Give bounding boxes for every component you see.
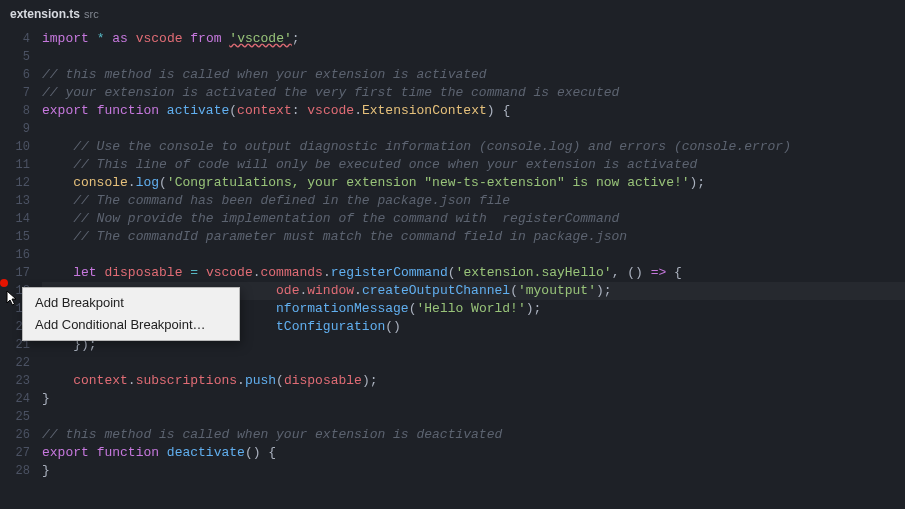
line-number[interactable]: 13 bbox=[0, 192, 42, 210]
code-line[interactable]: console.log('Congratulations, your exten… bbox=[42, 174, 905, 192]
line-number[interactable]: 25 bbox=[0, 408, 42, 426]
code-area[interactable]: import * as vscode from 'vscode';// this… bbox=[42, 28, 905, 509]
line-number[interactable]: 16 bbox=[0, 246, 42, 264]
line-number[interactable]: 10 bbox=[0, 138, 42, 156]
line-number[interactable]: 23 bbox=[0, 372, 42, 390]
code-line[interactable]: // This line of code will only be execut… bbox=[42, 156, 905, 174]
code-line[interactable]: context.subscriptions.push(disposable); bbox=[42, 372, 905, 390]
menu-item-add-breakpoint[interactable]: Add Breakpoint bbox=[23, 292, 239, 314]
code-line[interactable] bbox=[42, 246, 905, 264]
line-number[interactable]: 22 bbox=[0, 354, 42, 372]
code-line[interactable]: let disposable = vscode.commands.registe… bbox=[42, 264, 905, 282]
code-line[interactable]: // The commandId parameter must match th… bbox=[42, 228, 905, 246]
menu-item-add-conditional-breakpoint[interactable]: Add Conditional Breakpoint… bbox=[23, 314, 239, 336]
line-number[interactable]: 5 bbox=[0, 48, 42, 66]
code-line[interactable]: // The command has been defined in the p… bbox=[42, 192, 905, 210]
line-number-gutter[interactable]: 4567891011121314151617181920212223242526… bbox=[0, 28, 42, 509]
line-number[interactable]: 12 bbox=[0, 174, 42, 192]
code-line[interactable] bbox=[42, 120, 905, 138]
tab-subfolder: src bbox=[84, 8, 99, 20]
code-line[interactable]: export function deactivate() { bbox=[42, 444, 905, 462]
gutter-context-menu: Add Breakpoint Add Conditional Breakpoin… bbox=[22, 287, 240, 341]
code-line[interactable]: // Use the console to output diagnostic … bbox=[42, 138, 905, 156]
code-line[interactable]: // Now provide the implementation of the… bbox=[42, 210, 905, 228]
code-line[interactable] bbox=[42, 354, 905, 372]
line-number[interactable]: 6 bbox=[0, 66, 42, 84]
breakpoint-indicator[interactable] bbox=[0, 279, 8, 287]
tab-bar: extension.ts src bbox=[0, 0, 905, 28]
code-line[interactable] bbox=[42, 48, 905, 66]
tab-title[interactable]: extension.ts bbox=[4, 7, 84, 21]
code-line[interactable]: // your extension is activated the very … bbox=[42, 84, 905, 102]
editor[interactable]: 4567891011121314151617181920212223242526… bbox=[0, 28, 905, 509]
line-number[interactable]: 9 bbox=[0, 120, 42, 138]
line-number[interactable]: 26 bbox=[0, 426, 42, 444]
line-number[interactable]: 24 bbox=[0, 390, 42, 408]
code-line[interactable]: } bbox=[42, 390, 905, 408]
line-number[interactable]: 4 bbox=[0, 30, 42, 48]
code-line[interactable]: import * as vscode from 'vscode'; bbox=[42, 30, 905, 48]
line-number[interactable]: 15 bbox=[0, 228, 42, 246]
line-number[interactable]: 8 bbox=[0, 102, 42, 120]
code-line[interactable]: // this method is called when your exten… bbox=[42, 66, 905, 84]
code-line[interactable] bbox=[42, 408, 905, 426]
code-line[interactable]: // this method is called when your exten… bbox=[42, 426, 905, 444]
line-number[interactable]: 7 bbox=[0, 84, 42, 102]
line-number[interactable]: 27 bbox=[0, 444, 42, 462]
code-line[interactable]: export function activate(context: vscode… bbox=[42, 102, 905, 120]
code-line[interactable]: } bbox=[42, 462, 905, 480]
line-number[interactable]: 28 bbox=[0, 462, 42, 480]
line-number[interactable]: 11 bbox=[0, 156, 42, 174]
line-number[interactable]: 14 bbox=[0, 210, 42, 228]
